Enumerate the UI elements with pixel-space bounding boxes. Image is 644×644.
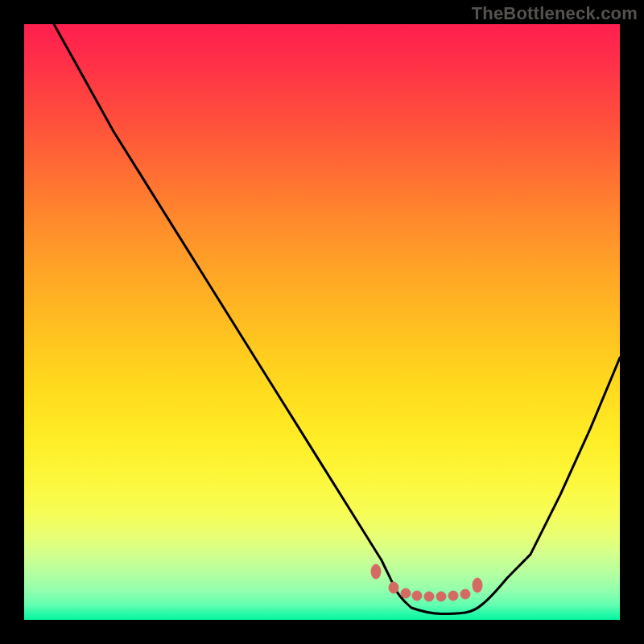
plot-area bbox=[24, 24, 620, 620]
marker-dot bbox=[371, 564, 381, 579]
marker-dot bbox=[436, 592, 446, 601]
marker-dot bbox=[460, 589, 470, 599]
marker-dot bbox=[448, 591, 458, 601]
marker-dot bbox=[389, 582, 398, 593]
marker-dot bbox=[412, 591, 422, 601]
marker-dot bbox=[424, 592, 434, 601]
bottleneck-curve bbox=[54, 24, 620, 614]
marker-dot bbox=[473, 578, 482, 592]
optimal-band-markers bbox=[371, 564, 482, 601]
chart-svg bbox=[24, 24, 620, 620]
marker-dot bbox=[401, 588, 411, 598]
watermark-text: TheBottleneck.com bbox=[472, 3, 638, 24]
chart-frame: TheBottleneck.com bbox=[0, 0, 644, 644]
